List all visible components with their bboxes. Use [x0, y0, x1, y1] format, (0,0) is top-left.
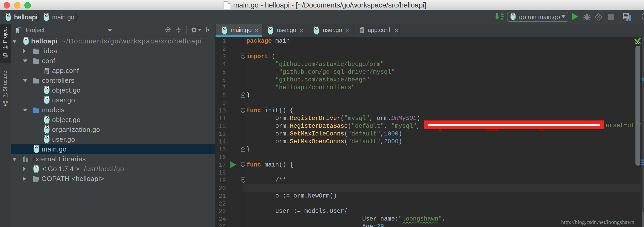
svg-text:01: 01: [500, 18, 504, 21]
